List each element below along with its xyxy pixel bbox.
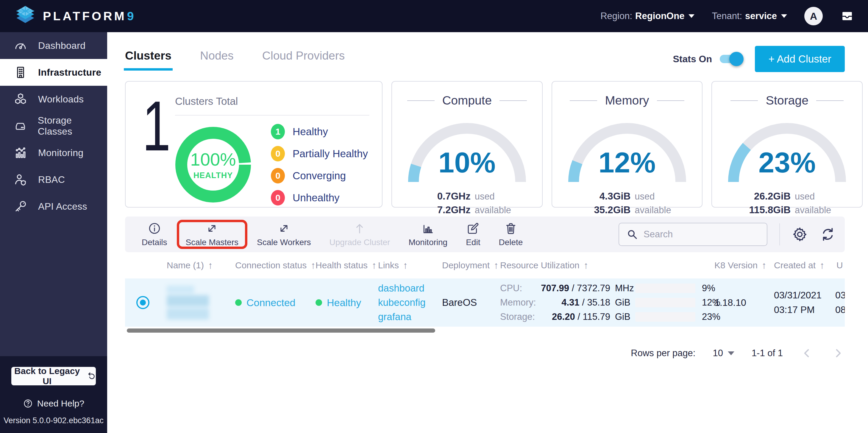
question-circle-icon [23,399,33,409]
refresh-icon[interactable] [820,226,836,242]
horizontal-scrollbar[interactable] [127,328,435,333]
stats-toggle[interactable] [720,55,741,63]
resource-percentage: 23% [699,312,720,322]
updated-at-clipped: 03 08 [831,290,845,315]
usage-card-memory: Memory12%4.3GiBused35.2GiBavailable [552,81,703,208]
legend-label: Healthy [292,126,328,138]
used-value: 4.3GiB [583,191,630,202]
column-k8-version[interactable]: K8 Version↑ [708,260,768,271]
column-health-status[interactable]: Health status↑ [310,260,372,271]
available-suffix: available [634,205,671,215]
add-cluster-button[interactable]: + Add Cluster [755,46,845,72]
resource-progress-bar [635,284,695,293]
link-dashboard[interactable]: dashboard [378,283,436,294]
deployment-type: BareOS [436,297,494,308]
pagination-range: 1-1 of 1 [752,348,783,358]
health-donut-chart: 100% HEALTHY [175,126,251,203]
resource-unit: MHz [610,283,629,294]
gear-icon[interactable] [792,226,808,242]
action-edit[interactable]: Edit [458,222,488,247]
tenant-selector[interactable]: Tenant: service [712,11,787,22]
link-grafana[interactable]: grafana [378,311,436,322]
platform9-logo: PLATFORM9 [14,5,134,27]
sidebar-item-workloads[interactable]: Workloads [0,86,107,113]
sidebar-item-label: RBAC [38,174,65,185]
usage-gauge: 23% [723,116,851,186]
search-icon [626,228,638,240]
used-suffix: used [795,191,831,202]
workloads-icon [14,92,27,106]
next-page-icon[interactable] [831,346,845,360]
legend-item-partially-healthy: 0Partially Healthy [271,146,368,162]
tab-clusters[interactable]: Clusters [125,49,172,69]
link-kubeconfig[interactable]: kubeconfig [378,297,436,308]
sort-arrow-icon: ↑ [584,260,588,271]
sidebar-item-monitoring[interactable]: Monitoring [0,139,107,166]
legend-label: Partially Healthy [292,148,368,160]
column-deployment[interactable]: Deployment↑ [436,260,494,271]
usage-card-title: Compute [442,93,492,108]
user-avatar[interactable]: A [804,7,823,25]
scale-icon [277,222,291,235]
sidebar-item-api-access[interactable]: API Access [0,193,107,220]
table-row[interactable]: Connected Healthy dashboardkubeconfiggra… [125,279,845,327]
clusters-total-title: Clusters Total [175,95,369,107]
trash-icon [504,222,518,235]
region-selector[interactable]: Region: RegionOne [600,11,694,22]
resource-progress-bar [635,298,695,307]
action-upgrade-cluster: Upgrade Cluster [322,222,398,247]
status-dot-icon [315,299,322,306]
column-name-1[interactable]: Name (1)↑ [161,260,229,271]
logo-accent: 9 [127,9,134,23]
action-label: Details [142,238,167,247]
sidebar-item-storage-classes[interactable]: Storage Classes [0,113,107,139]
legend-item-healthy: 1Healthy [271,124,368,139]
action-scale-masters[interactable]: Scale Masters [178,222,246,247]
row-radio-selected[interactable] [136,296,149,309]
sidebar-footer: Back to Legacy UI Need Help? Version 5.0… [0,356,107,433]
action-label: Delete [499,238,523,247]
column-created-at[interactable]: Created at↑ [768,260,831,271]
region-label: Region: [600,11,632,22]
divider [570,100,597,101]
sidebar-item-rbac[interactable]: RBAC [0,166,107,193]
rbac-icon [14,173,27,186]
top-bar: PLATFORM9 Region: RegionOne Tenant: serv… [0,0,868,32]
chevron-down-icon [688,14,694,18]
infrastructure-icon [14,65,27,79]
sidebar-item-infrastructure[interactable]: Infrastructure [0,59,107,86]
column-u[interactable]: U [831,260,845,270]
column-connection-status[interactable]: Connection status↑ [229,260,310,271]
tab-nodes[interactable]: Nodes [200,49,234,69]
action-monitoring[interactable]: Monitoring [401,222,455,247]
resource-row-storage: Storage:26.20 / 115.79GiB23% [500,312,708,322]
storage-classes-icon [14,119,27,133]
search-box[interactable] [619,223,767,246]
legend-label: Converging [292,170,346,182]
column-links[interactable]: Links↑ [372,260,436,271]
usage-percentage: 10% [403,146,531,179]
sidebar-item-dashboard[interactable]: Dashboard [0,32,107,59]
action-scale-workers[interactable]: Scale Workers [249,222,319,247]
action-delete[interactable]: Delete [491,222,530,247]
search-input[interactable] [644,229,762,240]
created-at: 03/31/2021 03:17 PM [768,290,831,315]
version-text: Version 5.0.0-902.ebc361ac [4,416,103,425]
sidebar-item-label: Infrastructure [38,67,101,78]
resource-label: CPU: [500,283,535,294]
k8-version: 1.18.10 [708,297,768,308]
back-to-legacy-button[interactable]: Back to Legacy UI [11,367,96,385]
api-access-icon [14,200,27,213]
previous-page-icon[interactable] [800,346,814,360]
inbox-icon[interactable] [840,9,854,23]
summary-cards: 1 Clusters Total 100% HEALTHY 1Healthy0P [125,81,863,208]
need-help-label: Need Help? [37,399,84,409]
rows-per-page-select[interactable]: 10 [713,348,734,358]
tab-cloud-providers[interactable]: Cloud Providers [262,49,345,69]
legend-item-converging: 0Converging [271,168,368,183]
health-status: Healthy [310,297,372,309]
column-resource-utilization[interactable]: Resource Utilization↑ [494,260,708,271]
action-details[interactable]: Details [134,222,175,247]
cluster-actions-toolbar: DetailsScale MastersScale WorkersUpgrade… [125,216,845,252]
need-help-link[interactable]: Need Help? [23,399,84,409]
